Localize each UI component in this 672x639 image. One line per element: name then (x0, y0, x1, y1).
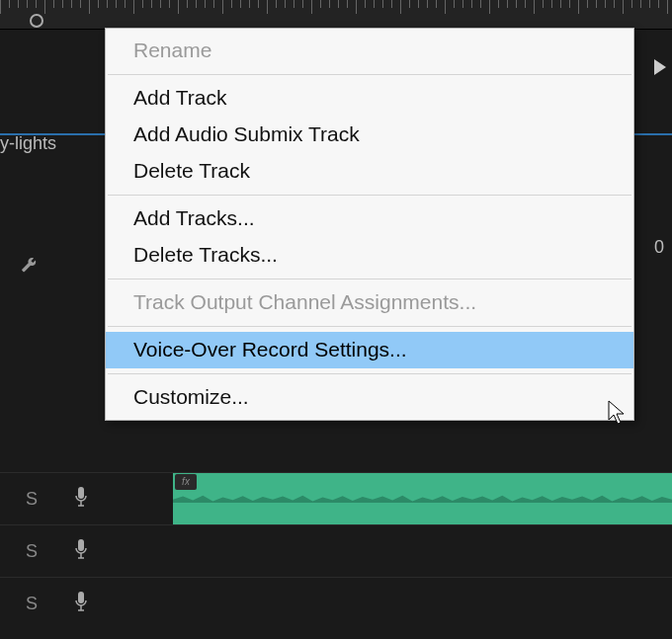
microphone-icon[interactable] (73, 538, 89, 564)
menu-item-customize[interactable]: Customize... (106, 379, 633, 416)
solo-button[interactable]: S (18, 541, 45, 562)
menu-separator (108, 326, 631, 327)
audio-track-row: S (0, 577, 672, 629)
solo-button[interactable]: S (18, 489, 45, 510)
solo-button[interactable]: S (18, 594, 45, 614)
menu-item-rename: Rename (106, 33, 633, 69)
audio-tracks: S S S (0, 472, 672, 629)
track-label: y-lights (0, 133, 56, 154)
svg-rect-0 (78, 487, 84, 499)
menu-separator (108, 279, 631, 280)
menu-item-add-audio-submix-track[interactable]: Add Audio Submix Track (106, 117, 633, 153)
svg-rect-6 (78, 592, 84, 603)
menu-separator (108, 195, 631, 196)
menu-item-add-tracks[interactable]: Add Tracks... (106, 200, 633, 237)
microphone-icon[interactable] (73, 591, 89, 616)
menu-item-voice-over-record-settings[interactable]: Voice-Over Record Settings... (106, 332, 633, 368)
context-menu: RenameAdd TrackAdd Audio Submix TrackDel… (105, 28, 634, 421)
audio-track-row: S (0, 472, 672, 524)
microphone-icon[interactable] (73, 486, 89, 512)
menu-separator (108, 373, 631, 374)
timeline-ruler[interactable] (0, 0, 672, 30)
menu-separator (108, 74, 631, 75)
menu-item-delete-track[interactable]: Delete Track (106, 153, 633, 190)
wrench-icon[interactable] (20, 252, 42, 280)
timecode-fragment: 0 (654, 237, 664, 258)
audio-track-row: S (0, 524, 672, 577)
playhead-handle[interactable] (30, 14, 43, 28)
menu-item-track-output-channel-assignments: Track Output Channel Assignments... (106, 284, 633, 321)
ruler-ticks (0, 0, 672, 14)
svg-rect-3 (78, 539, 84, 551)
menu-item-delete-tracks[interactable]: Delete Tracks... (106, 237, 633, 274)
menu-item-add-track[interactable]: Add Track (106, 80, 633, 117)
play-indicator-icon (654, 59, 666, 75)
